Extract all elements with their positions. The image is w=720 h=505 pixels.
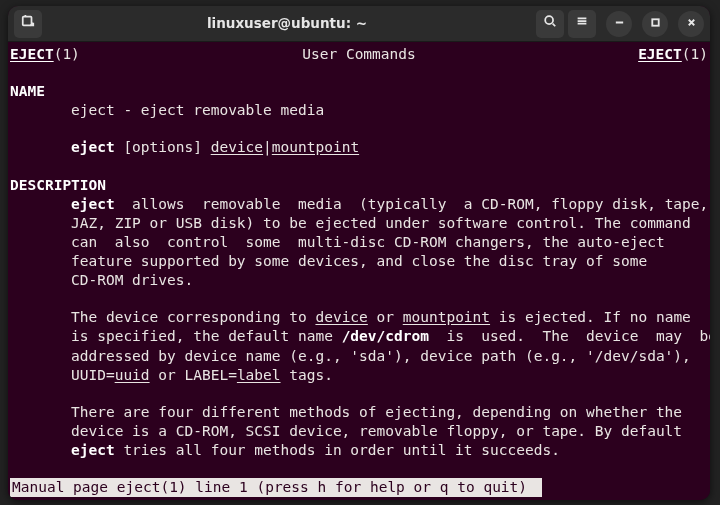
new-tab-icon — [21, 14, 35, 33]
desc-p2-l2: is specified, the default name /dev/cdro… — [10, 327, 708, 346]
maximize-icon — [650, 14, 661, 33]
svg-rect-2 — [652, 19, 658, 25]
desc-p1-l3: can also control some multi-disc CD-ROM … — [10, 233, 708, 252]
titlebar: linuxuser@ubuntu: ~ — [8, 6, 710, 42]
section-heading-description: DESCRIPTION — [10, 176, 708, 195]
terminal-content[interactable]: EJECT(1) User Commands EJECT(1) NAME eje… — [8, 42, 710, 500]
close-icon — [686, 14, 697, 33]
man-header: EJECT(1) User Commands EJECT(1) — [10, 45, 708, 64]
desc-p1-l5: CD-ROM drives. — [10, 271, 708, 290]
desc-p3-l1: There are four different methods of ejec… — [10, 403, 708, 422]
svg-point-1 — [545, 16, 553, 24]
name-line: eject - eject removable media — [10, 101, 708, 120]
titlebar-right — [532, 10, 704, 38]
desc-p1-l1: eject allows removable media (typically … — [10, 195, 708, 214]
search-icon — [543, 14, 557, 33]
man-header-left: EJECT(1) — [10, 45, 80, 64]
minimize-icon — [614, 14, 625, 33]
terminal-window: linuxuser@ubuntu: ~ — [8, 6, 710, 500]
section-heading-name: NAME — [10, 82, 708, 101]
desc-p1-l4: feature supported by some devices, and c… — [10, 252, 708, 271]
window-title: linuxuser@ubuntu: ~ — [42, 15, 532, 33]
maximize-button[interactable] — [642, 11, 668, 37]
man-header-center: User Commands — [302, 45, 416, 64]
desc-p2-l1: The device corresponding to device or mo… — [10, 308, 708, 327]
desc-p1-l2: JAZ, ZIP or USB disk) to be ejected unde… — [10, 214, 708, 233]
menu-icon — [575, 14, 589, 33]
minimize-button[interactable] — [606, 11, 632, 37]
new-tab-button[interactable] — [14, 10, 42, 38]
desc-p2-l3: addressed by device name (e.g., 'sda'), … — [10, 347, 708, 366]
search-button[interactable] — [536, 10, 564, 38]
man-header-right: EJECT(1) — [638, 45, 708, 64]
menu-button[interactable] — [568, 10, 596, 38]
desc-p3-l2: device is a CD-ROM, SCSI device, removab… — [10, 422, 708, 441]
desc-p2-l4: UUID=uuid or LABEL=label tags. — [10, 366, 708, 385]
man-status-bar: Manual page eject(1) line 1 (press h for… — [10, 478, 542, 497]
svg-rect-0 — [23, 17, 32, 26]
synopsis-line: eject [options] device|mountpoint — [10, 138, 708, 157]
desc-p3-l3: eject tries all four methods in order un… — [10, 441, 708, 460]
close-button[interactable] — [678, 11, 704, 37]
